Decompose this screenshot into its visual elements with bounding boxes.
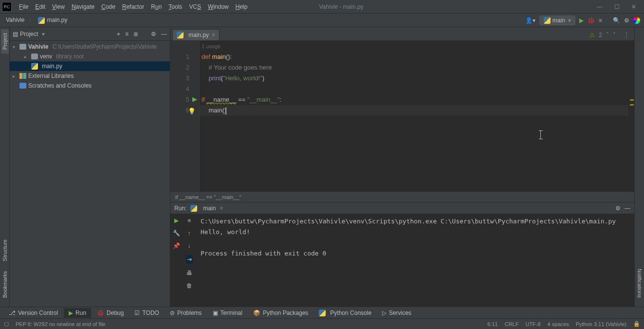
menu-edit[interactable]: Edit xyxy=(32,1,49,12)
code-line-4[interactable] xyxy=(200,84,628,94)
next-highlight-icon[interactable]: ˅ xyxy=(613,32,616,38)
hide-panel-icon[interactable]: — xyxy=(161,31,167,37)
code-line-3[interactable]: print("Hello, world!") xyxy=(200,73,628,84)
menu-file[interactable]: File xyxy=(16,1,32,12)
status-encoding[interactable]: UTF-8 xyxy=(525,321,540,327)
tool-debug[interactable]: 🐞Debug xyxy=(92,308,129,318)
menu-help[interactable]: Help xyxy=(232,1,251,12)
trash-icon[interactable]: 🗑 xyxy=(186,282,192,289)
soft-wrap-icon[interactable]: ⇥ xyxy=(186,255,193,264)
locate-icon[interactable]: ⌖ xyxy=(117,31,120,37)
print-icon[interactable]: 🖶 xyxy=(186,270,192,276)
inspection-count[interactable]: 2 xyxy=(599,32,602,38)
tool-python-packages[interactable]: 📦Python Packages xyxy=(248,308,313,318)
pin-icon[interactable]: 📌 xyxy=(173,242,180,249)
breadcrumb-file[interactable]: main.py xyxy=(36,16,69,25)
stop-button[interactable]: ■ xyxy=(599,17,602,24)
menu-run[interactable]: Run xyxy=(147,1,165,12)
status-interpreter[interactable]: Python 3.11 (Vahivle) xyxy=(576,321,626,327)
warning-mark[interactable] xyxy=(630,104,634,106)
tool-run[interactable]: ▶Run xyxy=(64,308,91,318)
rerun-icon[interactable]: ▶ xyxy=(174,217,179,224)
run-header: Run: main × ⚙ — xyxy=(170,202,634,214)
code-line-2[interactable]: # Your code goes here xyxy=(200,62,628,73)
menu-view[interactable]: View xyxy=(49,1,68,12)
status-caret-pos[interactable]: 6:11 xyxy=(487,321,497,327)
menu-vcs[interactable]: VCS xyxy=(185,1,204,12)
wrench-icon[interactable]: 🔧 xyxy=(173,230,180,237)
stop-icon[interactable]: ■ xyxy=(187,217,191,224)
bug-icon: 🐞 xyxy=(97,310,104,316)
tool-python-console[interactable]: Python Console xyxy=(314,308,376,318)
intention-bulb-icon[interactable]: 💡 xyxy=(188,106,196,117)
code-line-6[interactable]: 💡 main() xyxy=(200,105,628,116)
console-output[interactable]: C:\Users\buttw\PycharmProjects\Vahivle\v… xyxy=(196,214,634,307)
editor-tab-main[interactable]: main.py × xyxy=(172,29,220,40)
maximize-icon[interactable]: ☐ xyxy=(614,3,620,10)
project-panel-title[interactable]: ▤ Project ▾ xyxy=(13,31,45,37)
chevron-right-icon[interactable]: ▸ xyxy=(13,73,18,79)
menu-window[interactable]: Window xyxy=(204,1,232,12)
hide-panel-icon[interactable]: — xyxy=(625,205,630,212)
notifications-tool-tab[interactable]: Notifications xyxy=(636,265,644,302)
color-wheel-icon[interactable] xyxy=(633,17,640,24)
warning-icon[interactable]: ⚠ xyxy=(589,32,595,38)
breadcrumb-project[interactable]: Vahivle xyxy=(4,16,26,24)
close-tab-icon[interactable]: × xyxy=(212,32,215,38)
prev-highlight-icon[interactable]: ˄ xyxy=(606,32,609,38)
status-hint-icon[interactable]: ▢ xyxy=(4,321,9,327)
code-area[interactable]: 1 usage def main(): # Your code goes her… xyxy=(200,41,628,191)
tree-venv[interactable]: ▸ venv library root xyxy=(10,52,170,61)
search-icon[interactable]: 🔍 xyxy=(613,17,620,24)
more-icon[interactable]: ⋮ xyxy=(624,32,629,38)
tree-main-file[interactable]: main.py xyxy=(10,61,170,71)
tool-vcs[interactable]: ⎇Version Control xyxy=(4,308,63,318)
structure-tool-tab[interactable]: Structure xyxy=(1,236,9,265)
warning-mark[interactable] xyxy=(630,99,634,101)
tool-problems[interactable]: ⊘Problems xyxy=(165,308,207,318)
run-button[interactable]: ▶ xyxy=(579,17,584,24)
chevron-right-icon[interactable]: ▸ xyxy=(24,54,29,59)
status-indent[interactable]: 4 spaces xyxy=(548,321,569,327)
up-icon[interactable]: ↑ xyxy=(188,230,191,237)
minimize-icon[interactable]: — xyxy=(597,3,603,10)
tree-scratches[interactable]: Scratches and Consoles xyxy=(10,81,170,91)
settings-icon[interactable]: ⚙ xyxy=(624,17,629,24)
python-icon xyxy=(319,310,326,316)
collapse-all-icon[interactable]: ≣ xyxy=(133,31,138,37)
run-config-name[interactable]: main xyxy=(203,205,216,212)
usage-hint[interactable]: 1 usage xyxy=(200,41,628,52)
lock-icon[interactable]: 🔒 xyxy=(633,321,640,327)
down-icon[interactable]: ↓ xyxy=(188,242,191,249)
code-line-5[interactable]: if __name__ == "__main__": xyxy=(200,94,628,105)
close-run-tab-icon[interactable]: × xyxy=(220,205,223,212)
chevron-down-icon[interactable]: ▾ xyxy=(13,44,18,50)
code-line-1[interactable]: def main(): xyxy=(200,52,628,62)
run-config-select[interactable]: main ▾ xyxy=(539,16,575,25)
error-stripe[interactable] xyxy=(628,41,634,191)
project-tree[interactable]: ▾ Vahivle C:\Users\buttw\PycharmProjects… xyxy=(10,41,170,307)
menu-refactor[interactable]: Refactor xyxy=(119,1,147,12)
tree-external-libraries[interactable]: ▸ External Libraries xyxy=(10,71,170,81)
debug-button[interactable]: 🐞 xyxy=(588,17,595,24)
close-icon[interactable]: ✕ xyxy=(631,3,636,10)
gutter-run-icon[interactable]: ▶ xyxy=(192,94,197,105)
editor-body[interactable]: 1 2 3 4 5 6 ▶ 1 usage def main(): # Your… xyxy=(170,41,634,191)
project-tool-tab[interactable]: Project xyxy=(1,29,9,54)
gear-icon[interactable]: ⚙ xyxy=(615,205,621,212)
tool-terminal[interactable]: ▣Terminal xyxy=(208,308,247,318)
expand-all-icon[interactable]: ≡ xyxy=(125,31,129,37)
status-line-sep[interactable]: CRLF xyxy=(505,321,519,327)
tool-todo[interactable]: ☑TODO xyxy=(129,308,164,318)
menu-code[interactable]: Code xyxy=(98,1,119,12)
tool-services[interactable]: ▷Services xyxy=(377,308,416,318)
gear-icon[interactable]: ⚙ xyxy=(151,31,156,37)
editor-breadcrumb[interactable]: if __name__ == "__main__" xyxy=(170,191,634,202)
menu-tools[interactable]: Tools xyxy=(165,1,185,12)
bookmarks-tool-tab[interactable]: Bookmarks xyxy=(1,267,9,302)
window-title: Vahivle - main.py xyxy=(251,3,597,10)
status-hint[interactable]: PEP 8: W292 no newline at end of file xyxy=(16,321,105,327)
add-user-icon[interactable]: 👤▾ xyxy=(525,17,535,24)
menu-navigate[interactable]: Navigate xyxy=(68,1,98,12)
tree-root[interactable]: ▾ Vahivle C:\Users\buttw\PycharmProjects… xyxy=(10,42,170,52)
